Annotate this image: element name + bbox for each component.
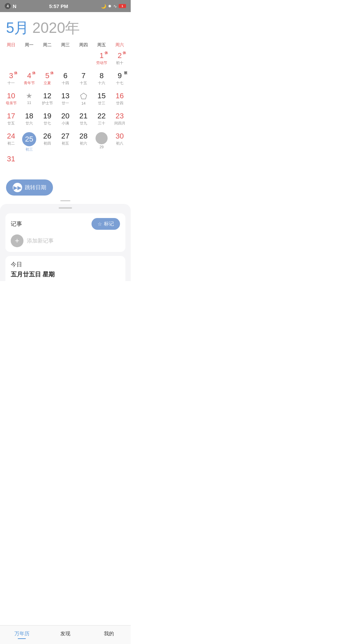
bottom-sheet: 记事 ☆ 标记 + 添加新记事 今日 五月廿五日 星期 <box>0 204 131 281</box>
day-number: 31 <box>7 155 15 163</box>
weekday-mon: 周一 <box>20 41 38 49</box>
day-cell-21[interactable]: 21 廿九 <box>74 111 93 131</box>
add-note-button[interactable]: + <box>11 234 23 247</box>
notes-title: 记事 <box>11 220 22 228</box>
day-cell-12[interactable]: 12 护士节 <box>38 91 56 111</box>
status-time: 5:57 PM <box>49 3 68 9</box>
day-cell-28[interactable]: 28 初六 <box>74 131 93 154</box>
day-lunar: 立夏 <box>44 80 51 86</box>
day-cell-18[interactable]: 18 廿六 <box>20 111 38 131</box>
day-cell-empty <box>74 51 93 71</box>
day-lunar: 廿四 <box>116 101 123 106</box>
status-right: 🌙 ✸ ∿ 1 <box>101 4 126 9</box>
day-lunar: 廿一 <box>62 101 69 106</box>
today-section-subtitle: 五月廿五日 星期 <box>11 270 120 278</box>
day-lunar: 廿五 <box>7 121 15 126</box>
day-lunar: 初十 <box>116 60 123 65</box>
day-cell-1[interactable]: 休 1 劳动节 <box>93 51 111 71</box>
notes-header: 记事 ☆ 标记 <box>11 218 120 230</box>
day-number: 22 <box>98 112 106 120</box>
day-cell-20[interactable]: 20 小满 <box>56 111 74 131</box>
day-lunar: 初八 <box>116 141 123 146</box>
day-lunar: 十四 <box>62 80 69 86</box>
day-number: 10 <box>7 92 15 100</box>
day-cell-17[interactable]: 17 廿五 <box>2 111 20 131</box>
battery-icon: 1 <box>119 4 126 8</box>
day-lunar: 初四 <box>44 141 51 146</box>
day-cell-empty <box>38 51 56 71</box>
day-number: 1 <box>100 52 104 60</box>
day-cell-empty <box>56 154 74 174</box>
day-cell-27[interactable]: 27 初五 <box>56 131 74 154</box>
day-cell-8[interactable]: 8 十六 <box>93 71 111 91</box>
day-cell-6[interactable]: 6 十四 <box>56 71 74 91</box>
day-lunar: 29 <box>100 145 104 149</box>
day-number: 9 <box>118 72 122 80</box>
status-left: 4 N <box>5 3 16 9</box>
day-lunar: 闰四月 <box>114 121 125 126</box>
day-cell-19[interactable]: 19 廿七 <box>38 111 56 131</box>
day-lunar: 14 <box>81 101 85 105</box>
day-number: 21 <box>79 112 87 120</box>
day-lunar: 小满 <box>62 121 69 126</box>
day-number: 7 <box>81 72 85 80</box>
day-number: 4 <box>27 72 31 80</box>
day-cell-5[interactable]: 休 5 立夏 <box>38 71 56 91</box>
day-cell-empty <box>20 51 38 71</box>
day-cell-4[interactable]: 休 4 青年节 <box>20 71 38 91</box>
bluetooth-icon: ✸ <box>108 4 112 9</box>
holiday-badge: 休 <box>50 71 54 75</box>
day-cell-2[interactable]: 休 2 初十 <box>111 51 129 71</box>
day-cell-empty <box>93 154 111 174</box>
day-number: 18 <box>25 112 33 120</box>
day-number: 13 <box>61 92 69 100</box>
day-number: 27 <box>61 132 69 140</box>
star-outline-icon: ☆ <box>98 221 102 227</box>
day-cell-29[interactable]: 29 <box>93 131 111 154</box>
day-number: 19 <box>43 112 51 120</box>
holiday-badge: 休 <box>14 71 17 75</box>
calendar-header: 5月 2020年 <box>0 12 131 41</box>
day-cell-10[interactable]: 10 母亲节 <box>2 91 20 111</box>
status-bar: 4 N 5:57 PM 🌙 ✸ ∿ 1 <box>0 0 131 12</box>
day-number: 24 <box>7 132 15 140</box>
day-cell-23[interactable]: 23 闰四月 <box>111 111 129 131</box>
day-cell-24[interactable]: 24 初二 <box>2 131 20 154</box>
holiday-badge: 休 <box>123 51 126 55</box>
day-lunar: 劳动节 <box>96 60 107 65</box>
day-cell-25-today[interactable]: 25 初三 <box>20 131 38 154</box>
day-cell-31[interactable]: 31 <box>2 154 20 174</box>
day-cell-30[interactable]: 30 初八 <box>111 131 129 154</box>
day-number: 30 <box>116 132 124 140</box>
weekday-sat: 周六 <box>111 41 129 49</box>
day-cell-empty <box>38 154 56 174</box>
day-lunar: 廿九 <box>80 121 87 126</box>
today-circle: 25 <box>22 132 36 146</box>
weekday-sun: 周日 <box>2 41 20 49</box>
day-lunar: 11 <box>27 101 31 105</box>
day-cell-empty <box>56 51 74 71</box>
day-cell-3[interactable]: 休 3 十一 <box>2 71 20 91</box>
day-cell-22[interactable]: 22 三十 <box>93 111 111 131</box>
day-lunar: 初二 <box>7 141 15 146</box>
moon-icon: 🌙 <box>101 4 106 9</box>
day-lunar: 护士节 <box>42 101 53 106</box>
day-cell-15[interactable]: 15 廿三 <box>93 91 111 111</box>
holiday-badge: 休 <box>105 51 108 55</box>
wifi-icon: ∿ <box>113 4 117 9</box>
star-icon: ★ <box>26 92 33 100</box>
day-cell-empty <box>74 154 93 174</box>
add-note-placeholder[interactable]: 添加新记事 <box>27 237 54 245</box>
day-cell-11[interactable]: ★ 11 <box>20 91 38 111</box>
day-cell-9[interactable]: 班 9 十七 <box>111 71 129 91</box>
sheet-handle <box>59 207 72 209</box>
jump-to-date-button[interactable]: ▶▶ 跳转日期 <box>6 179 53 196</box>
day-cell-26[interactable]: 26 初四 <box>38 131 56 154</box>
day-cell-16[interactable]: 16 廿四 <box>111 91 129 111</box>
day-cell-14[interactable]: ⬠ 14 <box>74 91 93 111</box>
day-lunar: 初三 <box>25 147 33 152</box>
day-number: 3 <box>9 72 13 80</box>
day-cell-13[interactable]: 13 廿一 <box>56 91 74 111</box>
bookmark-button[interactable]: ☆ 标记 <box>92 218 120 230</box>
day-cell-7[interactable]: 7 十五 <box>74 71 93 91</box>
